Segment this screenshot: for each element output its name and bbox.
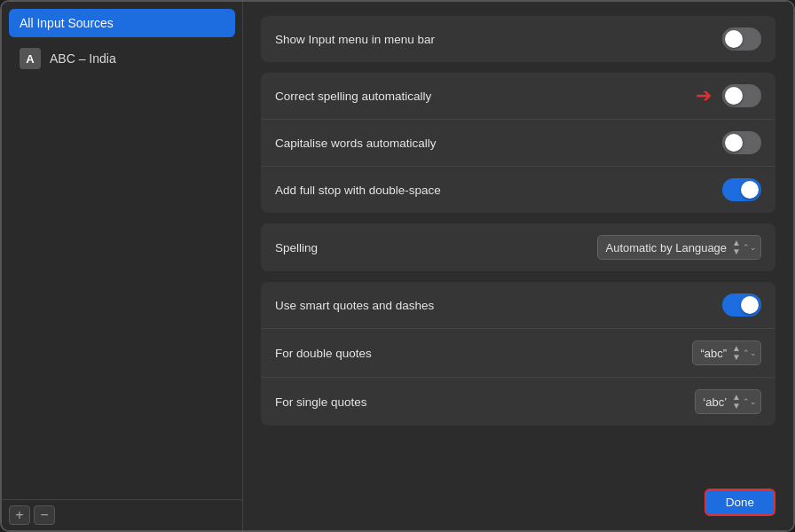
abc-india-icon: A	[20, 48, 41, 69]
group-spelling-dropdown: Spelling Automatic by Language ▲▼	[261, 223, 775, 271]
row-smart-quotes: Use smart quotes and dashes	[261, 282, 775, 329]
app-window: All Input Sources A ABC – India + − Show…	[0, 0, 795, 532]
correct-spelling-label: Correct spelling automatically	[275, 90, 431, 103]
chevrons-icon: ▲▼	[732, 239, 741, 256]
done-button[interactable]: Done	[704, 489, 775, 516]
row-correct-spelling: Correct spelling automatically ➔	[261, 73, 775, 120]
spelling-select[interactable]: Automatic by Language ▲▼	[597, 235, 761, 260]
sidebar-bottom-bar: + −	[2, 499, 242, 530]
add-full-stop-toggle[interactable]	[722, 178, 761, 201]
group-spelling-corrections: Correct spelling automatically ➔ Capital…	[261, 73, 775, 213]
spelling-label: Spelling	[275, 241, 318, 254]
remove-input-source-button[interactable]: −	[34, 505, 55, 525]
row-spelling: Spelling Automatic by Language ▲▼	[261, 223, 775, 271]
show-input-menu-label: Show Input menu in menu bar	[275, 33, 435, 46]
double-quotes-select[interactable]: “abc” ▲▼	[692, 340, 761, 365]
spelling-select-value: Automatic by Language	[605, 241, 727, 254]
add-input-source-button[interactable]: +	[9, 505, 30, 525]
single-quotes-label: For single quotes	[275, 395, 367, 409]
sidebar-item-label: ABC – India	[50, 51, 116, 66]
toggle-knob	[741, 181, 759, 199]
toggle-knob	[725, 30, 743, 48]
show-input-menu-toggle[interactable]	[722, 27, 761, 51]
smart-quotes-label: Use smart quotes and dashes	[275, 299, 434, 312]
single-quotes-select[interactable]: ‘abc’ ▲▼	[695, 389, 761, 414]
row-double-quotes: For double quotes “abc” ▲▼	[261, 329, 775, 378]
row-add-full-stop: Add full stop with double-space	[261, 167, 775, 213]
double-quotes-value: “abc”	[700, 347, 727, 360]
capitalise-words-toggle[interactable]	[722, 131, 761, 154]
sidebar-selected-item[interactable]: All Input Sources	[9, 9, 235, 37]
add-full-stop-label: Add full stop with double-space	[275, 184, 441, 197]
row-capitalise-words: Capitalise words automatically	[261, 120, 775, 167]
toggle-knob	[725, 134, 743, 152]
chevrons-icon: ▲▼	[732, 393, 741, 411]
row-show-input-menu: Show Input menu in menu bar	[261, 16, 775, 62]
sidebar-item-abc-india[interactable]: A ABC – India	[2, 41, 242, 76]
red-arrow-indicator: ➔	[696, 84, 712, 107]
toggle-knob	[741, 296, 759, 314]
toggle-knob	[725, 87, 743, 105]
double-quotes-label: For double quotes	[275, 347, 372, 360]
single-quotes-value: ‘abc’	[703, 395, 727, 409]
smart-quotes-toggle[interactable]	[722, 293, 761, 317]
group-show-input-menu: Show Input menu in menu bar	[261, 16, 775, 62]
bottom-bar: Done	[261, 481, 775, 516]
capitalise-words-label: Capitalise words automatically	[275, 137, 437, 150]
group-smart-quotes: Use smart quotes and dashes For double q…	[261, 282, 775, 426]
sidebar-spacer	[2, 76, 242, 499]
row-single-quotes: For single quotes ‘abc’ ▲▼	[261, 378, 775, 426]
chevrons-icon: ▲▼	[732, 344, 741, 362]
correct-spelling-toggle[interactable]	[722, 84, 761, 107]
main-content: Show Input menu in menu bar Correct spel…	[243, 2, 793, 530]
sidebar: All Input Sources A ABC – India + −	[2, 2, 243, 530]
